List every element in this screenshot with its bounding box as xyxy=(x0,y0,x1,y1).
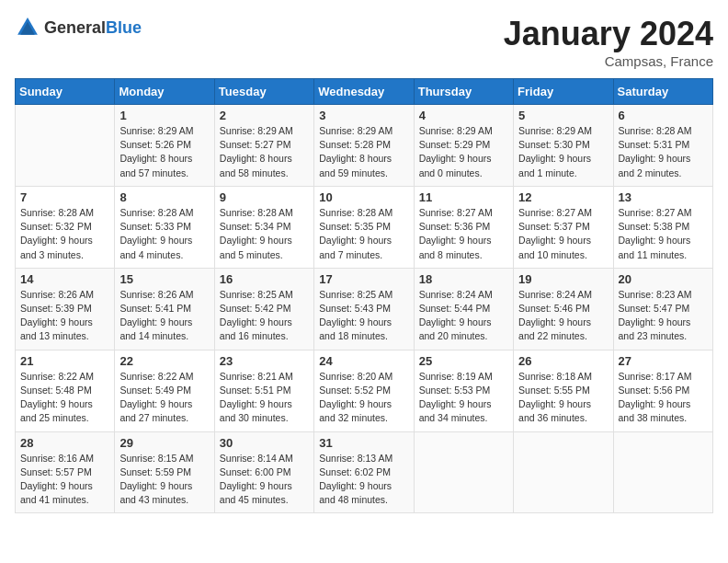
day-info: Sunrise: 8:21 AM Sunset: 5:51 PM Dayligh… xyxy=(220,370,309,426)
calendar-cell: 7Sunrise: 8:28 AM Sunset: 5:32 PM Daylig… xyxy=(16,186,115,268)
header-saturday: Saturday xyxy=(613,79,712,105)
day-info: Sunrise: 8:29 AM Sunset: 5:28 PM Dayligh… xyxy=(319,124,408,180)
day-number: 3 xyxy=(319,109,408,122)
day-info: Sunrise: 8:29 AM Sunset: 5:29 PM Dayligh… xyxy=(419,124,508,180)
calendar-week-row: 1Sunrise: 8:29 AM Sunset: 5:26 PM Daylig… xyxy=(16,105,713,187)
day-number: 18 xyxy=(419,272,508,286)
logo-general: General xyxy=(44,18,106,37)
day-number: 16 xyxy=(220,272,309,286)
calendar-cell: 6Sunrise: 8:28 AM Sunset: 5:31 PM Daylig… xyxy=(613,105,712,187)
calendar-cell: 30Sunrise: 8:14 AM Sunset: 6:00 PM Dayli… xyxy=(214,431,313,513)
calendar-cell: 21Sunrise: 8:22 AM Sunset: 5:48 PM Dayli… xyxy=(16,350,115,431)
calendar-cell: 1Sunrise: 8:29 AM Sunset: 5:26 PM Daylig… xyxy=(115,105,214,187)
day-info: Sunrise: 8:27 AM Sunset: 5:36 PM Dayligh… xyxy=(419,206,508,262)
day-info: Sunrise: 8:28 AM Sunset: 5:35 PM Dayligh… xyxy=(319,206,408,262)
day-info: Sunrise: 8:25 AM Sunset: 5:43 PM Dayligh… xyxy=(319,288,408,344)
day-number: 14 xyxy=(20,272,109,286)
day-info: Sunrise: 8:14 AM Sunset: 6:00 PM Dayligh… xyxy=(220,452,309,508)
calendar-cell xyxy=(16,105,115,187)
calendar-cell: 29Sunrise: 8:15 AM Sunset: 5:59 PM Dayli… xyxy=(115,431,214,513)
calendar-cell: 4Sunrise: 8:29 AM Sunset: 5:29 PM Daylig… xyxy=(414,105,513,187)
day-number: 2 xyxy=(220,109,309,122)
calendar-table: SundayMondayTuesdayWednesdayThursdayFrid… xyxy=(15,78,713,513)
day-number: 12 xyxy=(518,190,608,204)
header-thursday: Thursday xyxy=(414,79,513,105)
month-title: January 2024 xyxy=(504,15,713,53)
header-friday: Friday xyxy=(514,79,613,105)
day-number: 11 xyxy=(419,190,508,204)
day-number: 23 xyxy=(220,354,309,368)
calendar-cell: 25Sunrise: 8:19 AM Sunset: 5:53 PM Dayli… xyxy=(414,350,513,431)
day-number: 17 xyxy=(319,272,408,286)
calendar-cell: 19Sunrise: 8:24 AM Sunset: 5:46 PM Dayli… xyxy=(514,268,613,350)
calendar-week-row: 21Sunrise: 8:22 AM Sunset: 5:48 PM Dayli… xyxy=(16,350,713,431)
calendar-week-row: 28Sunrise: 8:16 AM Sunset: 5:57 PM Dayli… xyxy=(16,431,713,513)
day-info: Sunrise: 8:20 AM Sunset: 5:52 PM Dayligh… xyxy=(319,370,408,426)
calendar-cell: 10Sunrise: 8:28 AM Sunset: 5:35 PM Dayli… xyxy=(314,186,414,268)
day-info: Sunrise: 8:27 AM Sunset: 5:38 PM Dayligh… xyxy=(619,206,708,262)
calendar-cell: 14Sunrise: 8:26 AM Sunset: 5:39 PM Dayli… xyxy=(16,268,115,350)
day-info: Sunrise: 8:28 AM Sunset: 5:31 PM Dayligh… xyxy=(619,124,708,180)
day-number: 1 xyxy=(119,109,209,122)
day-number: 9 xyxy=(220,190,309,204)
calendar-cell: 12Sunrise: 8:27 AM Sunset: 5:37 PM Dayli… xyxy=(514,186,613,268)
day-info: Sunrise: 8:17 AM Sunset: 5:56 PM Dayligh… xyxy=(619,370,708,426)
header-sunday: Sunday xyxy=(16,79,115,105)
calendar-cell: 26Sunrise: 8:18 AM Sunset: 5:55 PM Dayli… xyxy=(514,350,613,431)
day-number: 10 xyxy=(319,190,408,204)
header-wednesday: Wednesday xyxy=(314,79,414,105)
day-info: Sunrise: 8:23 AM Sunset: 5:47 PM Dayligh… xyxy=(619,288,708,344)
day-number: 19 xyxy=(518,272,608,286)
day-info: Sunrise: 8:29 AM Sunset: 5:26 PM Dayligh… xyxy=(119,124,209,180)
day-info: Sunrise: 8:26 AM Sunset: 5:39 PM Dayligh… xyxy=(20,288,109,344)
header-tuesday: Tuesday xyxy=(214,79,313,105)
day-info: Sunrise: 8:18 AM Sunset: 5:55 PM Dayligh… xyxy=(518,370,608,426)
calendar-cell: 23Sunrise: 8:21 AM Sunset: 5:51 PM Dayli… xyxy=(214,350,313,431)
day-number: 27 xyxy=(619,354,708,368)
calendar-header-row: SundayMondayTuesdayWednesdayThursdayFrid… xyxy=(16,79,713,105)
calendar-cell xyxy=(514,431,613,513)
day-number: 28 xyxy=(20,436,109,450)
day-number: 6 xyxy=(619,109,708,122)
calendar-cell: 11Sunrise: 8:27 AM Sunset: 5:36 PM Dayli… xyxy=(414,186,513,268)
day-info: Sunrise: 8:24 AM Sunset: 5:46 PM Dayligh… xyxy=(518,288,608,344)
calendar-week-row: 14Sunrise: 8:26 AM Sunset: 5:39 PM Dayli… xyxy=(16,268,713,350)
calendar-cell: 13Sunrise: 8:27 AM Sunset: 5:38 PM Dayli… xyxy=(613,186,712,268)
day-number: 29 xyxy=(119,436,209,450)
calendar-cell: 8Sunrise: 8:28 AM Sunset: 5:33 PM Daylig… xyxy=(115,186,214,268)
day-number: 20 xyxy=(619,272,708,286)
day-number: 7 xyxy=(20,190,109,204)
day-number: 30 xyxy=(220,436,309,450)
day-number: 26 xyxy=(518,354,608,368)
header-monday: Monday xyxy=(115,79,214,105)
calendar-week-row: 7Sunrise: 8:28 AM Sunset: 5:32 PM Daylig… xyxy=(16,186,713,268)
calendar-cell: 28Sunrise: 8:16 AM Sunset: 5:57 PM Dayli… xyxy=(16,431,115,513)
day-number: 21 xyxy=(20,354,109,368)
day-info: Sunrise: 8:28 AM Sunset: 5:33 PM Dayligh… xyxy=(119,206,209,262)
logo-icon xyxy=(15,15,40,40)
calendar-cell: 16Sunrise: 8:25 AM Sunset: 5:42 PM Dayli… xyxy=(214,268,313,350)
location-subtitle: Campsas, France xyxy=(504,53,713,69)
title-block: January 2024 Campsas, France xyxy=(504,15,713,69)
day-info: Sunrise: 8:25 AM Sunset: 5:42 PM Dayligh… xyxy=(220,288,309,344)
day-info: Sunrise: 8:29 AM Sunset: 5:30 PM Dayligh… xyxy=(518,124,608,180)
day-info: Sunrise: 8:16 AM Sunset: 5:57 PM Dayligh… xyxy=(20,452,109,508)
day-info: Sunrise: 8:22 AM Sunset: 5:48 PM Dayligh… xyxy=(20,370,109,426)
calendar-cell: 31Sunrise: 8:13 AM Sunset: 6:02 PM Dayli… xyxy=(314,431,414,513)
calendar-cell: 9Sunrise: 8:28 AM Sunset: 5:34 PM Daylig… xyxy=(214,186,313,268)
calendar-cell xyxy=(414,431,513,513)
calendar-cell: 5Sunrise: 8:29 AM Sunset: 5:30 PM Daylig… xyxy=(514,105,613,187)
calendar-cell: 22Sunrise: 8:22 AM Sunset: 5:49 PM Dayli… xyxy=(115,350,214,431)
day-info: Sunrise: 8:24 AM Sunset: 5:44 PM Dayligh… xyxy=(419,288,508,344)
page-header: GeneralBlue January 2024 Campsas, France xyxy=(15,15,713,69)
day-info: Sunrise: 8:26 AM Sunset: 5:41 PM Dayligh… xyxy=(119,288,209,344)
calendar-cell: 17Sunrise: 8:25 AM Sunset: 5:43 PM Dayli… xyxy=(314,268,414,350)
day-number: 24 xyxy=(319,354,408,368)
day-info: Sunrise: 8:28 AM Sunset: 5:32 PM Dayligh… xyxy=(20,206,109,262)
day-number: 8 xyxy=(119,190,209,204)
logo-text: GeneralBlue xyxy=(44,18,142,38)
day-number: 5 xyxy=(518,109,608,122)
day-info: Sunrise: 8:19 AM Sunset: 5:53 PM Dayligh… xyxy=(419,370,508,426)
calendar-cell: 15Sunrise: 8:26 AM Sunset: 5:41 PM Dayli… xyxy=(115,268,214,350)
day-info: Sunrise: 8:29 AM Sunset: 5:27 PM Dayligh… xyxy=(220,124,309,180)
